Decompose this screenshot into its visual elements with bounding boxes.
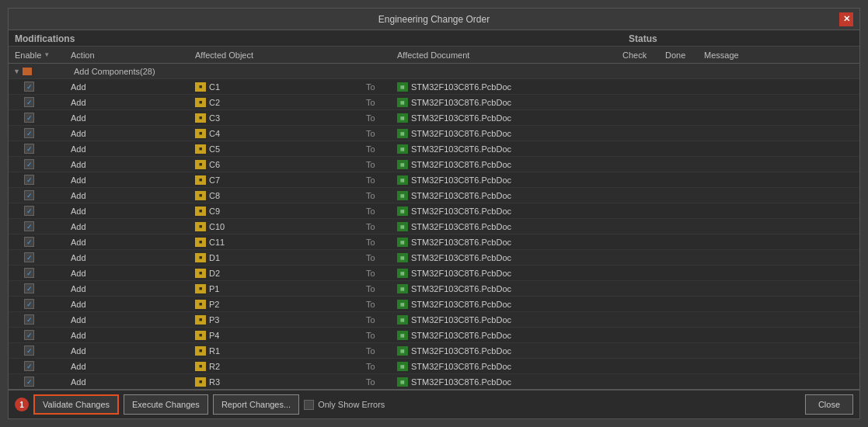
row-checkbox[interactable] <box>24 159 34 169</box>
doc-name: STM32F103C8T6.PcbDoc <box>411 269 511 278</box>
component-name: C5 <box>209 144 220 154</box>
row-checkbox[interactable] <box>24 345 34 356</box>
row-checkbox[interactable] <box>24 144 34 154</box>
cell-to: To <box>366 160 397 169</box>
component-icon: ■ <box>195 98 206 107</box>
row-checkbox[interactable] <box>24 221 34 231</box>
close-dialog-button[interactable]: Close <box>805 394 853 415</box>
doc-name: STM32F103C8T6.PcbDoc <box>411 129 511 138</box>
section-headers: Modifications Status <box>9 30 859 47</box>
cell-affected-obj: ■ R2 <box>195 362 366 371</box>
row-checkbox[interactable] <box>24 237 34 247</box>
row-checkbox[interactable] <box>24 283 34 293</box>
row-checkbox[interactable] <box>24 97 34 107</box>
cell-to: To <box>366 315 397 325</box>
execute-changes-button[interactable]: Execute Changes <box>124 394 208 415</box>
doc-icon: ▦ <box>397 129 408 138</box>
doc-icon: ▦ <box>397 222 408 231</box>
table-row: Add ■ C7 To ▦ STM32F103C8T6.PcbDoc <box>9 172 859 188</box>
table-row: Add ■ D2 To ▦ STM32F103C8T6.PcbDoc <box>9 266 859 281</box>
component-name: C3 <box>209 113 220 123</box>
cell-action: Add <box>71 207 195 216</box>
cell-doc: ▦ STM32F103C8T6.PcbDoc <box>397 160 622 169</box>
cell-affected-obj: ■ R1 <box>195 346 366 356</box>
only-errors-checkbox-square[interactable] <box>304 400 314 410</box>
row-checkbox[interactable] <box>24 175 34 185</box>
only-show-errors-checkbox[interactable]: Only Show Errors <box>304 400 385 410</box>
footer: 1 Validate Changes Execute Changes Repor… <box>9 389 859 418</box>
cell-doc: ▦ STM32F103C8T6.PcbDoc <box>397 315 622 325</box>
cell-enable <box>9 252 71 262</box>
dialog-title: Engineering Change Order <box>29 14 839 25</box>
component-name: P4 <box>209 331 219 340</box>
cell-to: To <box>366 175 397 185</box>
col-enable-header[interactable]: Enable ▼ <box>9 50 71 60</box>
row-checkbox[interactable] <box>24 252 34 262</box>
cell-affected-obj: ■ C10 <box>195 222 366 231</box>
row-checkbox[interactable] <box>24 128 34 138</box>
doc-name: STM32F103C8T6.PcbDoc <box>411 82 511 92</box>
row-checkbox[interactable] <box>24 268 34 278</box>
cell-doc: ▦ STM32F103C8T6.PcbDoc <box>397 144 622 154</box>
cell-enable <box>9 97 71 107</box>
validate-changes-button[interactable]: Validate Changes <box>33 394 119 415</box>
row-checkbox[interactable] <box>24 361 34 371</box>
cell-action: Add <box>71 191 195 200</box>
row-checkbox[interactable] <box>24 82 34 92</box>
row-checkbox[interactable] <box>24 113 34 123</box>
doc-name: STM32F103C8T6.PcbDoc <box>411 315 511 325</box>
doc-icon: ▦ <box>397 269 408 278</box>
cell-action: Add <box>71 346 195 356</box>
row-checkbox[interactable] <box>24 314 34 325</box>
close-title-button[interactable]: ✕ <box>839 12 853 26</box>
cell-to: To <box>366 300 397 309</box>
table-row: Add ■ P1 To ▦ STM32F103C8T6.PcbDoc <box>9 281 859 297</box>
component-icon: ■ <box>195 300 206 309</box>
component-name: P2 <box>209 300 219 309</box>
doc-icon: ▦ <box>397 238 408 247</box>
table-row: Add ■ C4 To ▦ STM32F103C8T6.PcbDoc <box>9 126 859 141</box>
row-checkbox[interactable] <box>24 206 34 216</box>
table-scroll-area[interactable]: ▼ Add Components(28) Add ■ C1 To ▦ STM32… <box>9 64 859 389</box>
doc-icon: ▦ <box>397 377 408 387</box>
cell-action: Add <box>71 144 195 154</box>
title-bar: Engineering Change Order ✕ <box>9 9 859 30</box>
table-row: Add ■ R3 To ▦ STM32F103C8T6.PcbDoc <box>9 374 859 389</box>
col-action-header: Action <box>71 50 195 60</box>
doc-name: STM32F103C8T6.PcbDoc <box>411 253 511 262</box>
group-label: Add Components(28) <box>71 67 155 76</box>
expand-arrow-icon[interactable]: ▼ <box>13 68 20 75</box>
cell-doc: ▦ STM32F103C8T6.PcbDoc <box>397 377 622 387</box>
cell-affected-obj: ■ C1 <box>195 82 366 92</box>
component-icon: ■ <box>195 346 206 356</box>
doc-icon: ▦ <box>397 346 408 356</box>
col-affected-obj-header: Affected Object <box>195 50 366 60</box>
doc-name: STM32F103C8T6.PcbDoc <box>411 284 511 293</box>
cell-affected-obj: ■ C5 <box>195 144 366 154</box>
report-changes-button[interactable]: Report Changes... <box>213 394 299 415</box>
cell-to: To <box>366 269 397 278</box>
row-checkbox[interactable] <box>24 190 34 200</box>
table-row: Add ■ C6 To ▦ STM32F103C8T6.PcbDoc <box>9 157 859 172</box>
row-checkbox[interactable] <box>24 330 34 340</box>
doc-name: STM32F103C8T6.PcbDoc <box>411 175 511 185</box>
cell-affected-obj: ■ P3 <box>195 315 366 325</box>
component-name: C11 <box>209 238 225 247</box>
cell-affected-obj: ■ C2 <box>195 98 366 107</box>
doc-name: STM32F103C8T6.PcbDoc <box>411 377 511 387</box>
cell-affected-obj: ■ C7 <box>195 175 366 185</box>
doc-icon: ▦ <box>397 331 408 340</box>
cell-affected-obj: ■ D1 <box>195 253 366 262</box>
table-row: Add ■ P3 To ▦ STM32F103C8T6.PcbDoc <box>9 312 859 328</box>
doc-icon: ▦ <box>397 253 408 262</box>
row-checkbox[interactable] <box>24 299 34 309</box>
cell-enable <box>9 330 71 340</box>
component-name: P1 <box>209 284 219 293</box>
modifications-section-label: Modifications <box>15 33 629 44</box>
component-name: D1 <box>209 253 220 262</box>
doc-icon: ▦ <box>397 82 408 92</box>
component-name: P3 <box>209 315 219 325</box>
row-checkbox[interactable] <box>24 377 34 387</box>
doc-icon: ▦ <box>397 175 408 185</box>
doc-icon: ▦ <box>397 160 408 169</box>
